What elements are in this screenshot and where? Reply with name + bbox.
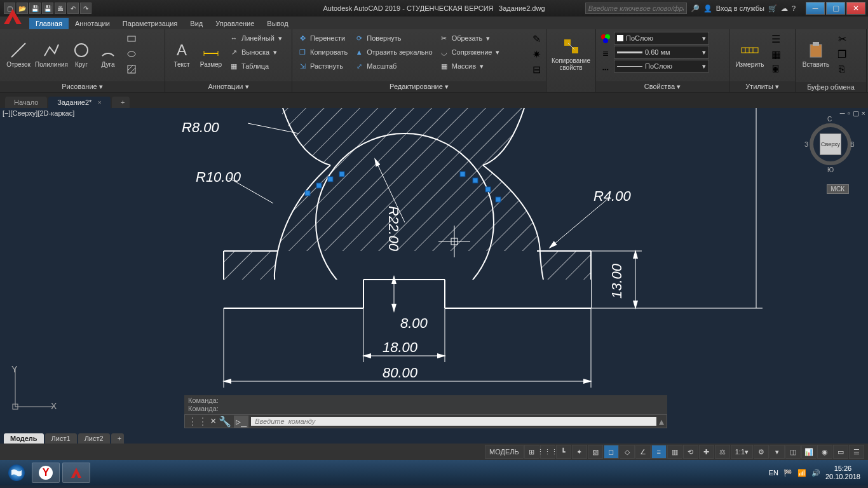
linetype-icon[interactable]: ┄ <box>599 62 613 76</box>
copybase-icon[interactable]: ⎘ <box>835 62 849 76</box>
status-3dosnap-icon[interactable]: ◇ <box>620 445 635 459</box>
selectall-icon[interactable]: ▦ <box>769 47 783 61</box>
cmd-close-icon[interactable]: × <box>210 416 216 427</box>
tab-home[interactable]: Главная <box>29 18 69 29</box>
status-scale[interactable]: 1:1 ▾ <box>731 445 753 459</box>
status-isodraft-icon[interactable]: ▧ <box>588 445 603 459</box>
layout-sheet2-tab[interactable]: Лист2 <box>78 433 110 444</box>
status-ortho-icon[interactable]: ┗ <box>556 445 571 459</box>
tab-view[interactable]: Вид <box>184 18 209 29</box>
rectangle-icon[interactable] <box>125 32 139 46</box>
text-button[interactable]: AТекст <box>168 32 196 76</box>
stretch-button[interactable]: ⇲Растянуть <box>295 60 350 72</box>
tab-parametric[interactable]: Параметризация <box>116 18 184 29</box>
exchange-icon[interactable]: 🛒 <box>768 4 777 13</box>
cmd-customize-icon[interactable]: 🔧 <box>219 416 231 428</box>
explode-icon[interactable]: ✷ <box>529 47 543 61</box>
panel-draw-title[interactable]: Рисование ▾ <box>0 81 165 92</box>
infocenter-go-icon[interactable]: 🔎 <box>691 4 700 13</box>
erase-icon[interactable]: ✎ <box>529 32 543 46</box>
status-annoscale-icon[interactable]: ⚖ <box>715 445 730 459</box>
status-polar-icon[interactable]: ✦ <box>572 445 587 459</box>
cmd-handle-icon[interactable]: ⋮⋮ <box>187 416 208 428</box>
scale-button[interactable]: ⤢Масштаб <box>351 60 435 72</box>
doctab-add[interactable]: + <box>112 97 130 108</box>
status-lwt-icon[interactable]: ≡ <box>651 445 667 459</box>
tab-manage[interactable]: Управление <box>209 18 261 29</box>
color-select[interactable]: ПоСлою▾ <box>614 32 709 44</box>
status-otrack-icon[interactable]: ∠ <box>635 445 651 459</box>
tab-annotate[interactable]: Аннотации <box>69 18 116 29</box>
taskbar-yandex[interactable]: Y <box>32 463 60 483</box>
linetype-select[interactable]: ПоСлою▾ <box>614 60 709 72</box>
a360-icon[interactable]: ☁ <box>781 4 788 13</box>
status-hardware-icon[interactable]: 📊 <box>801 445 817 459</box>
rotate-button[interactable]: ⟳Повернуть <box>351 32 435 44</box>
panel-annotate-title[interactable]: Аннотации ▾ <box>165 81 292 92</box>
help-icon[interactable]: ? <box>792 4 796 12</box>
array-button[interactable]: ▦Массив▾ <box>437 60 503 72</box>
doctab-start[interactable]: Начало <box>5 97 47 108</box>
window-maximize-button[interactable]: ▢ <box>826 2 845 15</box>
cut-icon[interactable]: ✂ <box>835 32 849 46</box>
status-snap-icon[interactable]: ⋮⋮⋮ <box>540 445 555 459</box>
trim-button[interactable]: ✂Обрезать▾ <box>437 32 503 44</box>
move-button[interactable]: ✥Перенести <box>295 32 350 44</box>
tab-close-icon[interactable]: × <box>97 98 101 106</box>
status-workspace-icon[interactable]: ▾ <box>770 445 785 459</box>
layout-model-tab[interactable]: Модель <box>4 433 44 444</box>
match-properties-button[interactable]: Копирование свойств <box>549 32 593 76</box>
status-osnap-icon[interactable]: ◻ <box>604 445 619 459</box>
polyline-button[interactable]: Полилиния <box>36 32 67 76</box>
dimension-button[interactable]: Размер <box>197 32 225 76</box>
qat-save-icon[interactable]: 💾 <box>29 3 41 14</box>
status-isolate-icon[interactable]: ◉ <box>817 445 832 459</box>
leader-button[interactable]: ↗Выноска▾ <box>226 46 285 58</box>
status-annomonitor-icon[interactable]: ✚ <box>699 445 714 459</box>
window-minimize-button[interactable]: ─ <box>806 2 825 15</box>
copy-button[interactable]: ❐Копировать <box>295 46 350 58</box>
fillet-button[interactable]: ◡Сопряжение▾ <box>437 46 503 58</box>
table-button[interactable]: ▦Таблица <box>226 60 285 72</box>
layout-sheet1-tab[interactable]: Лист1 <box>45 433 77 444</box>
color-picker-icon[interactable] <box>599 32 613 46</box>
tray-clock[interactable]: 15:26 20.10.2018 <box>825 464 860 481</box>
tray-flag-icon[interactable]: 🏁 <box>783 469 792 477</box>
doctab-active[interactable]: Задание2* × <box>48 97 111 108</box>
lineweight-select[interactable]: 0.60 мм▾ <box>614 46 709 58</box>
lineweight-icon[interactable]: ≡ <box>599 47 613 61</box>
line-button[interactable]: Отрезок <box>3 32 34 76</box>
status-qv-icon[interactable]: ◫ <box>785 445 801 459</box>
ellipse-icon[interactable] <box>125 47 139 61</box>
measure-button[interactable]: Измерить <box>732 32 768 76</box>
qat-plot-icon[interactable]: 🖶 <box>55 3 66 14</box>
status-cycling-icon[interactable]: ⟲ <box>683 445 698 459</box>
drawing-canvas[interactable]: [−][Сверху][2D-каркас] ─ ▫ ▢ × Сверху С … <box>0 108 868 444</box>
signin-label[interactable]: Вход в службы <box>716 4 764 12</box>
tray-network-icon[interactable]: 📶 <box>797 469 806 477</box>
status-modelspace[interactable]: МОДЕЛЬ <box>485 445 524 459</box>
panel-props-title[interactable]: Свойства ▾ <box>596 81 729 92</box>
infocenter-search-input[interactable] <box>585 3 687 14</box>
linear-dim-button[interactable]: ↔Линейный▾ <box>226 32 285 44</box>
paste-button[interactable]: Вставить <box>798 32 834 76</box>
qat-undo-icon[interactable]: ↶ <box>67 3 79 14</box>
tab-output[interactable]: Вывод <box>261 18 294 29</box>
clip-copy-icon[interactable]: ❐ <box>835 47 849 61</box>
status-gear-icon[interactable]: ⚙ <box>754 445 769 459</box>
calc-icon[interactable]: 🖩 <box>769 62 783 76</box>
start-button[interactable] <box>4 463 29 483</box>
quickselect-icon[interactable]: ☰ <box>769 32 783 46</box>
arc-button[interactable]: Дуга <box>95 32 121 76</box>
offset-icon[interactable]: ⊟ <box>529 62 543 76</box>
signin-icon[interactable]: 👤 <box>703 4 712 13</box>
status-clean-icon[interactable]: ▭ <box>833 445 848 459</box>
panel-util-title[interactable]: Утилиты ▾ <box>729 81 795 92</box>
circle-button[interactable]: Круг <box>69 32 94 76</box>
tray-lang[interactable]: EN <box>769 469 778 477</box>
hatch-icon[interactable] <box>125 62 139 76</box>
mirror-button[interactable]: ▲Отразить зеркально <box>351 46 435 58</box>
qat-saveas-icon[interactable]: 💾 <box>42 3 53 14</box>
app-logo[interactable] <box>0 17 25 29</box>
layout-add-tab[interactable]: + <box>111 433 124 444</box>
